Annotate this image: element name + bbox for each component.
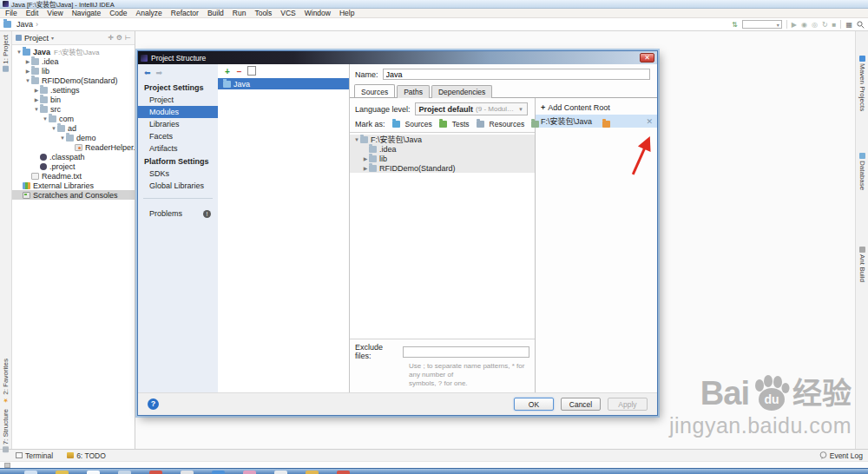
exclude-files-input[interactable] xyxy=(403,346,529,358)
tree-item[interactable]: .idea xyxy=(350,144,535,154)
tree-item[interactable]: ▼JavaF:\安装包\Java xyxy=(12,47,135,56)
menu-navigate[interactable]: Navigate xyxy=(68,9,106,17)
menu-file[interactable]: File xyxy=(1,9,22,17)
tree-item[interactable]: ▶RFIDDemo(Standard) xyxy=(350,163,535,173)
hide-panel-icon[interactable]: ⊢ xyxy=(125,34,131,42)
add-content-root-button[interactable]: + Add Content Root xyxy=(536,102,657,115)
debug-button[interactable]: ◉ xyxy=(801,21,807,29)
chevron-down-icon[interactable]: ▾ xyxy=(51,35,54,41)
tree-item[interactable]: ▼src xyxy=(12,104,135,114)
taskbar-app-icon[interactable] xyxy=(337,471,350,474)
sidebar-item-libraries[interactable]: Libraries xyxy=(138,118,218,130)
tree-item[interactable]: ReaderHelper.java xyxy=(12,142,135,152)
sidebar-item-problems[interactable]: Problems ! xyxy=(138,207,218,220)
project-structure-icon[interactable]: ▦ xyxy=(845,21,852,29)
forward-arrow-icon[interactable]: ➡ xyxy=(156,69,163,77)
event-log-button[interactable]: Event Log xyxy=(819,451,863,460)
tree-item[interactable]: ▼RFIDDemo(Standard) xyxy=(12,76,135,85)
apply-button[interactable]: Apply xyxy=(608,398,648,411)
locate-icon[interactable]: ✛ xyxy=(108,34,114,42)
coverage-button[interactable]: ◎ xyxy=(812,21,818,29)
menu-help[interactable]: Help xyxy=(335,9,358,17)
todo-button[interactable]: 6: TODO xyxy=(67,451,106,460)
menu-code[interactable]: Code xyxy=(105,9,131,17)
taskbar-app-icon[interactable] xyxy=(87,471,100,474)
mark-as-resources[interactable]: Resources xyxy=(477,120,525,128)
tree-item[interactable]: Scratches and Consoles xyxy=(12,190,135,200)
sidebar-item-facets[interactable]: Facets xyxy=(138,130,218,142)
sidebar-item-maven[interactable]: Maven Projects xyxy=(858,56,866,111)
sidebar-item-database[interactable]: Database xyxy=(858,153,866,190)
tree-item[interactable]: .classpath xyxy=(12,152,135,161)
taskbar-app-icon[interactable] xyxy=(274,471,287,474)
sort-icon[interactable]: ⇅ xyxy=(732,21,738,29)
tab-dependencies[interactable]: Dependencies xyxy=(431,85,492,98)
back-arrow-icon[interactable]: ⬅ xyxy=(144,69,151,77)
cancel-button[interactable]: Cancel xyxy=(561,398,601,411)
content-root-item[interactable]: F:\安装包\Java ✕ xyxy=(536,115,657,128)
stop-button[interactable]: ■ xyxy=(832,21,837,29)
menu-refactor[interactable]: Refactor xyxy=(167,9,203,17)
tree-item[interactable]: ▶bin xyxy=(12,95,135,104)
tree-item[interactable]: ▶.idea xyxy=(12,56,135,66)
tree-item[interactable]: ▼ad xyxy=(12,123,135,133)
sidebar-item-project[interactable]: Project xyxy=(138,94,218,106)
menu-view[interactable]: View xyxy=(43,9,67,17)
taskbar-app-icon[interactable] xyxy=(243,471,256,474)
menu-build[interactable]: Build xyxy=(203,9,228,17)
tab-paths[interactable]: Paths xyxy=(397,85,430,98)
taskbar-app-icon[interactable] xyxy=(149,471,162,474)
menu-analyze[interactable]: Analyze xyxy=(132,9,167,17)
sidebar-item-sdks[interactable]: SDKs xyxy=(138,168,218,180)
menu-window[interactable]: Window xyxy=(300,9,335,17)
language-level-select[interactable]: Project default (9 - Modules, private me… xyxy=(415,102,528,115)
close-icon[interactable]: ✕ xyxy=(640,53,654,63)
sidebar-item-structure[interactable]: 7: Structure xyxy=(2,409,10,452)
taskbar-app-icon[interactable] xyxy=(306,471,319,474)
sidebar-item-global-libraries[interactable]: Global Libraries xyxy=(138,180,218,192)
menu-edit[interactable]: Edit xyxy=(22,9,43,17)
taskbar-app-icon[interactable] xyxy=(181,471,194,474)
sidebar-item-ant[interactable]: Ant Build xyxy=(858,247,866,282)
mark-as-sources[interactable]: Sources xyxy=(392,120,432,128)
tree-item[interactable]: ▼F:\安装包\Java xyxy=(350,135,535,144)
menu-vcs[interactable]: VCS xyxy=(276,9,299,17)
sidebar-item-modules[interactable]: Modules xyxy=(138,106,218,118)
gear-icon[interactable]: ⚙ xyxy=(116,34,122,42)
tree-item[interactable]: External Libraries xyxy=(12,181,135,190)
taskbar-app-icon[interactable] xyxy=(24,471,37,474)
menu-run[interactable]: Run xyxy=(228,9,251,17)
module-list-item[interactable]: Java xyxy=(218,78,349,89)
mark-as-tests[interactable]: Tests xyxy=(439,120,470,128)
project-panel-title[interactable]: Project xyxy=(24,34,49,43)
remove-module-button[interactable]: − xyxy=(237,67,242,76)
profile-button[interactable]: ↻ xyxy=(822,21,828,29)
module-name-input[interactable] xyxy=(383,69,650,80)
taskbar-app-icon[interactable] xyxy=(118,471,131,474)
search-icon[interactable] xyxy=(857,21,865,29)
tree-item[interactable]: ▼demo xyxy=(12,133,135,142)
terminal-button[interactable]: Terminal xyxy=(16,451,53,460)
remove-content-root-icon[interactable]: ✕ xyxy=(646,117,653,126)
windows-taskbar[interactable] xyxy=(0,468,868,474)
tree-item[interactable]: Readme.txt xyxy=(12,171,135,181)
tree-item[interactable]: .project xyxy=(12,161,135,171)
tree-item[interactable]: ▶lib xyxy=(12,66,135,76)
run-config-select[interactable]: ▾ xyxy=(742,20,782,29)
menu-tools[interactable]: Tools xyxy=(250,9,276,17)
tree-item[interactable]: ▶lib xyxy=(350,154,535,163)
taskbar-app-icon[interactable] xyxy=(212,471,225,474)
sidebar-item-favorites[interactable]: ★ 2: Favorites xyxy=(2,359,10,404)
ok-button[interactable]: OK xyxy=(514,398,554,411)
breadcrumb[interactable]: Java › xyxy=(3,20,38,29)
run-button[interactable]: ▶ xyxy=(792,21,797,29)
help-icon[interactable]: ? xyxy=(148,398,159,410)
copy-module-button[interactable] xyxy=(249,68,256,76)
sidebar-item-artifacts[interactable]: Artifacts xyxy=(138,142,218,155)
tree-item[interactable]: ▼com xyxy=(12,114,135,123)
tree-item[interactable]: ▶.settings xyxy=(12,85,135,95)
sidebar-item-project[interactable]: 1: Project xyxy=(2,35,10,72)
add-module-button[interactable]: + xyxy=(225,67,230,76)
tab-sources[interactable]: Sources xyxy=(354,84,395,97)
taskbar-app-icon[interactable] xyxy=(56,471,69,474)
